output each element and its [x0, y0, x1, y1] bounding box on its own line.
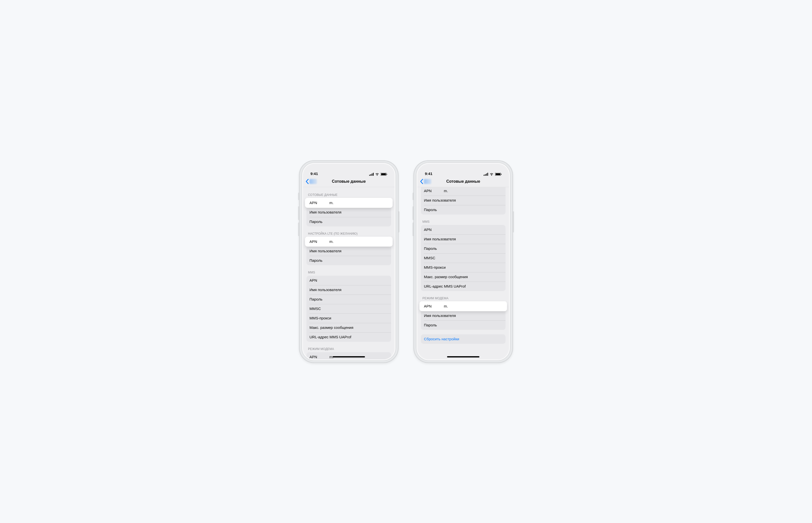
home-indicator[interactable]: [333, 356, 365, 358]
phone-inner: 9:41: [301, 162, 396, 361]
status-time: 9:41: [425, 172, 432, 176]
group-cellular: APN m. Имя пользователя Пароль: [307, 198, 391, 227]
section-header-cellular: СОТОВЫЕ ДАННЫЕ: [303, 187, 395, 198]
back-button[interactable]: [420, 176, 431, 187]
row-cellular-username[interactable]: Имя пользователя: [421, 196, 505, 205]
svg-rect-13: [501, 174, 502, 175]
row-cellular-apn[interactable]: APN m.: [305, 198, 393, 208]
label-mms-uaprof: URL-адрес MMS UAProf: [424, 284, 466, 288]
status-right: [484, 173, 502, 176]
phone-left: 9:41: [299, 160, 399, 363]
row-mms-proxy[interactable]: MMS-прокси: [307, 313, 391, 323]
label-password: Пароль: [424, 323, 437, 327]
row-mms-username[interactable]: Имя пользователя: [421, 234, 505, 244]
section-header-hotspot: РЕЖИМ МОДЕМА: [303, 342, 395, 352]
reset-button[interactable]: Сбросить настройки: [421, 334, 505, 344]
label-mms-uaprof: URL-адрес MMS UAProf: [310, 335, 351, 339]
label-mms-maxsize: Макс. размер сообщения: [310, 325, 353, 330]
back-button[interactable]: [306, 176, 317, 187]
row-mms-maxsize[interactable]: Макс. размер сообщения: [307, 323, 391, 332]
group-cellular-tail: APN m. Имя пользователя Пароль: [421, 187, 505, 215]
page-title: Сотовые данные: [446, 179, 480, 184]
svg-rect-5: [381, 173, 386, 175]
row-cellular-apn[interactable]: APN m.: [421, 187, 505, 196]
scroll-inner: APN m. Имя пользователя Пароль: [417, 187, 509, 351]
svg-rect-10: [487, 173, 488, 176]
scroll-inner: СОТОВЫЕ ДАННЫЕ APN m. Имя пользователя: [303, 187, 395, 359]
row-mms-password[interactable]: Пароль: [307, 294, 391, 304]
label-apn: APN: [424, 304, 444, 308]
scroll-area[interactable]: СОТОВЫЕ ДАННЫЕ APN m. Имя пользователя: [303, 187, 395, 359]
svg-rect-8: [485, 174, 486, 176]
phone-inner: 9:41: [416, 162, 511, 361]
chevron-left-icon: [420, 179, 424, 184]
label-password: Пароль: [310, 297, 323, 301]
label-password: Пароль: [424, 246, 437, 251]
label-mms-maxsize: Макс. размер сообщения: [424, 275, 468, 279]
svg-rect-9: [486, 174, 487, 176]
label-apn: APN: [424, 228, 432, 232]
phone-body: 9:41: [299, 160, 399, 363]
svg-rect-1: [370, 174, 371, 176]
svg-rect-3: [373, 173, 374, 176]
screen: 9:41: [303, 164, 395, 359]
group-lte: APN m. Имя пользователя Пароль: [307, 237, 391, 265]
status-time: 9:41: [310, 172, 318, 176]
phone-body: 9:41: [413, 160, 513, 363]
cellular-icon: [484, 173, 488, 176]
section-header-mms: MMS: [417, 215, 509, 225]
row-mms-mmsc[interactable]: MMSC: [421, 253, 505, 263]
section-header-mms: MMS: [303, 265, 395, 276]
label-mms-proxy: MMS-прокси: [424, 265, 446, 269]
row-cellular-username[interactable]: Имя пользователя: [307, 208, 391, 217]
row-mms-uaprof[interactable]: URL-адрес MMS UAProf: [421, 282, 505, 291]
row-lte-username[interactable]: Имя пользователя: [307, 246, 391, 256]
nav-bar: Сотовые данные: [417, 176, 509, 187]
value-apn: m.: [329, 239, 388, 244]
chevron-left-icon: [306, 179, 309, 184]
reset-label: Сбросить настройки: [424, 337, 459, 341]
row-lte-password[interactable]: Пароль: [307, 256, 391, 265]
row-hotspot-apn[interactable]: APN m.: [307, 352, 391, 359]
row-mms-apn[interactable]: APN: [307, 276, 391, 285]
row-mms-apn[interactable]: APN: [421, 225, 505, 234]
label-mmsc: MMSC: [310, 306, 321, 311]
screen: 9:41: [417, 164, 509, 359]
battery-icon: [381, 173, 387, 176]
scroll-area[interactable]: APN m. Имя пользователя Пароль: [417, 187, 509, 359]
label-apn: APN: [310, 355, 329, 359]
spacer: [417, 330, 509, 334]
row-mms-mmsc[interactable]: MMSC: [307, 304, 391, 313]
group-hotspot: APN m. Имя пользователя Пароль: [421, 301, 505, 330]
row-mms-uaprof[interactable]: URL-адрес MMS UAProf: [307, 332, 391, 342]
row-mms-password[interactable]: Пароль: [421, 244, 505, 253]
cellular-icon: [369, 173, 374, 176]
label-username: Имя пользователя: [310, 249, 341, 253]
page-title: Сотовые данные: [332, 179, 366, 184]
value-apn: m.: [329, 201, 388, 205]
nav-bar: Сотовые данные: [303, 176, 395, 187]
row-hotspot-apn[interactable]: APN m.: [419, 301, 507, 311]
label-username: Имя пользователя: [310, 288, 341, 292]
row-cellular-password[interactable]: Пароль: [421, 205, 505, 215]
row-cellular-password[interactable]: Пароль: [307, 217, 391, 227]
row-hotspot-username[interactable]: Имя пользователя: [421, 311, 505, 320]
status-right: [369, 173, 387, 176]
label-mmsc: MMSC: [424, 256, 435, 260]
value-apn: m.: [444, 189, 502, 193]
section-header-lte: НАСТРОЙКА LTE (ПО ЖЕЛАНИЮ): [303, 227, 395, 237]
row-hotspot-password[interactable]: Пароль: [421, 320, 505, 330]
row-lte-apn[interactable]: APN m.: [305, 237, 393, 247]
label-apn: APN: [310, 201, 329, 205]
row-mms-maxsize[interactable]: Макс. размер сообщения: [421, 272, 505, 282]
home-indicator[interactable]: [447, 356, 479, 358]
wifi-icon: [375, 173, 379, 176]
battery-icon: [495, 173, 502, 176]
row-mms-username[interactable]: Имя пользователя: [307, 285, 391, 294]
group-mms: APN Имя пользователя Пароль: [307, 276, 391, 342]
label-apn: APN: [424, 189, 444, 193]
section-header-hotspot: РЕЖИМ МОДЕМА: [417, 291, 509, 302]
label-username: Имя пользователя: [310, 210, 341, 214]
row-mms-proxy[interactable]: MMS-прокси: [421, 263, 505, 272]
label-apn: APN: [310, 278, 317, 282]
